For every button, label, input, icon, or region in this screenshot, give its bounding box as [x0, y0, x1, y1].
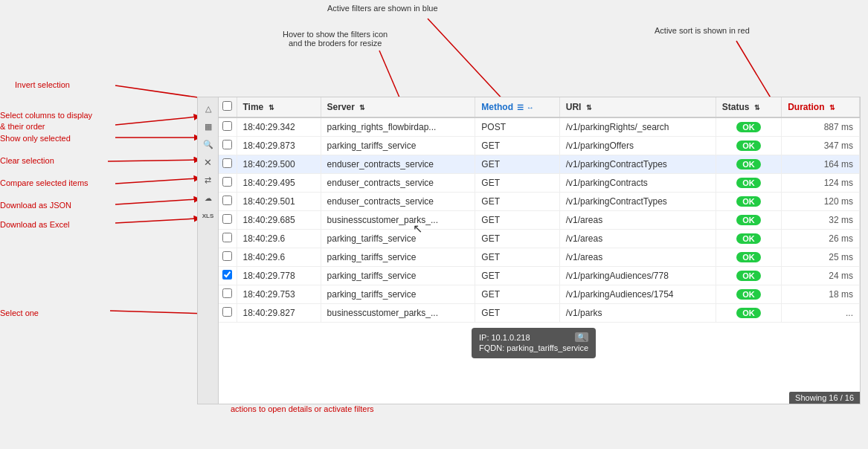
- row-uri-cell[interactable]: /v1/parkingContractTypes: [559, 155, 716, 174]
- th-uri[interactable]: URI ⇅: [559, 97, 716, 117]
- th-status[interactable]: Status ⇅: [716, 97, 781, 117]
- row-checkbox[interactable]: [222, 307, 232, 317]
- row-status-cell[interactable]: OK: [716, 211, 781, 230]
- row-uri-cell[interactable]: /v1/parkingOffers: [559, 137, 716, 155]
- table-row[interactable]: 18:40:29.500enduser_contracts_serviceGET…: [219, 155, 860, 174]
- row-time-cell[interactable]: 18:40:29.501: [237, 193, 321, 211]
- svg-line-1: [115, 117, 197, 125]
- row-method-cell[interactable]: GET: [475, 193, 559, 211]
- row-server-cell[interactable]: enduser_contracts_service: [321, 174, 475, 193]
- row-checkbox[interactable]: [222, 288, 232, 298]
- row-uri-cell[interactable]: /v1/parkingRights/_search: [559, 117, 716, 137]
- row-method-cell[interactable]: GET: [475, 304, 559, 323]
- table-row[interactable]: 18:40:29.495enduser_contracts_serviceGET…: [219, 174, 860, 193]
- row-checkbox[interactable]: [222, 233, 232, 242]
- row-method-cell[interactable]: GET: [475, 174, 559, 193]
- clear-btn[interactable]: ✕: [200, 154, 216, 170]
- th-method-resize[interactable]: ↔: [527, 103, 534, 112]
- invert-selection-btn[interactable]: △: [200, 100, 216, 117]
- row-server-cell[interactable]: parking_rights_flowbirdap...: [321, 117, 475, 137]
- row-time-cell[interactable]: 18:40:29.685: [237, 211, 321, 230]
- row-time-cell[interactable]: 18:40:29.500: [237, 155, 321, 174]
- row-method-cell[interactable]: GET: [475, 137, 559, 155]
- row-status-cell[interactable]: OK: [716, 155, 781, 174]
- th-time[interactable]: Time ⇅: [237, 97, 321, 117]
- annotation-invert-selection: Invert selection: [15, 80, 70, 89]
- row-time-cell[interactable]: 18:40:29.753: [237, 285, 321, 304]
- table-row[interactable]: 18:40:29.6parking_tariffs_serviceGET/v1/…: [219, 230, 860, 248]
- row-status-cell[interactable]: OK: [716, 304, 781, 323]
- row-status-cell[interactable]: OK: [716, 117, 781, 137]
- row-uri-cell[interactable]: /v1/parkingContracts: [559, 174, 716, 193]
- row-time-cell[interactable]: 18:40:29.873: [237, 137, 321, 155]
- row-method-cell[interactable]: GET: [475, 155, 559, 174]
- table-row[interactable]: 18:40:29.342parking_rights_flowbirdap...…: [219, 117, 860, 137]
- row-checkbox[interactable]: [222, 140, 232, 149]
- row-checkbox-cell: [219, 117, 237, 137]
- row-checkbox[interactable]: [222, 177, 232, 187]
- row-uri-cell[interactable]: /v1/areas: [559, 248, 716, 267]
- row-checkbox-cell: [219, 285, 237, 304]
- table-row[interactable]: 18:40:29.6parking_tariffs_serviceGET/v1/…: [219, 248, 860, 267]
- row-status-cell[interactable]: OK: [716, 285, 781, 304]
- row-method-cell[interactable]: POST: [475, 117, 559, 137]
- table-row[interactable]: 18:40:29.501enduser_contracts_serviceGET…: [219, 193, 860, 211]
- compare-btn[interactable]: ⇄: [200, 172, 216, 188]
- row-checkbox[interactable]: [222, 121, 232, 131]
- row-method-cell[interactable]: GET: [475, 267, 559, 285]
- row-method-cell[interactable]: GET: [475, 285, 559, 304]
- row-uri-cell[interactable]: /v1/areas: [559, 211, 716, 230]
- row-uri-cell[interactable]: /v1/areas: [559, 230, 716, 248]
- row-server-cell[interactable]: enduser_contracts_service: [321, 193, 475, 211]
- row-checkbox[interactable]: [222, 270, 232, 280]
- row-time-cell[interactable]: 18:40:29.6: [237, 230, 321, 248]
- columns-btn[interactable]: ▦: [200, 118, 216, 135]
- row-time-cell[interactable]: 18:40:29.778: [237, 267, 321, 285]
- row-checkbox[interactable]: [222, 196, 232, 205]
- select-all-checkbox[interactable]: [222, 101, 232, 111]
- row-uri-cell[interactable]: /v1/parkingAudiences/1754: [559, 285, 716, 304]
- row-time-cell[interactable]: 18:40:29.827: [237, 304, 321, 323]
- row-status-cell[interactable]: OK: [716, 230, 781, 248]
- row-checkbox[interactable]: [222, 214, 232, 224]
- table-row[interactable]: 18:40:29.873parking_tariffs_serviceGET/v…: [219, 137, 860, 155]
- tooltip-search-icon[interactable]: 🔍: [575, 332, 588, 342]
- row-server-cell[interactable]: businesscustomer_parks_...: [321, 304, 475, 323]
- row-status-cell[interactable]: OK: [716, 137, 781, 155]
- table-row[interactable]: 18:40:29.685businesscustomer_parks_...GE…: [219, 211, 860, 230]
- row-server-cell[interactable]: enduser_contracts_service: [321, 155, 475, 174]
- row-uri-cell[interactable]: /v1/parkingContractTypes: [559, 193, 716, 211]
- th-duration-sort-icon: ⇅: [829, 104, 835, 112]
- row-server-cell[interactable]: businesscustomer_parks_...: [321, 211, 475, 230]
- row-status-cell[interactable]: OK: [716, 248, 781, 267]
- row-server-cell[interactable]: parking_tariffs_service: [321, 285, 475, 304]
- row-server-cell[interactable]: parking_tariffs_service: [321, 267, 475, 285]
- row-uri-cell[interactable]: /v1/parkingAudiences/778: [559, 267, 716, 285]
- row-server-cell[interactable]: parking_tariffs_service: [321, 230, 475, 248]
- table-row[interactable]: 18:40:29.827businesscustomer_parks_...GE…: [219, 304, 860, 323]
- row-status-cell[interactable]: OK: [716, 174, 781, 193]
- th-method[interactable]: Method ☰ ↔: [475, 97, 559, 117]
- row-uri-cell[interactable]: /v1/parks: [559, 304, 716, 323]
- row-method-cell[interactable]: GET: [475, 230, 559, 248]
- row-time-cell[interactable]: 18:40:29.342: [237, 117, 321, 137]
- row-time-cell[interactable]: 18:40:29.6: [237, 248, 321, 267]
- row-server-cell[interactable]: parking_tariffs_service: [321, 137, 475, 155]
- download-json-btn[interactable]: ☁: [200, 190, 216, 206]
- status-badge: OK: [736, 215, 761, 225]
- row-server-cell[interactable]: parking_tariffs_service: [321, 248, 475, 267]
- th-checkbox[interactable]: [219, 97, 237, 117]
- table-row[interactable]: 18:40:29.753parking_tariffs_serviceGET/v…: [219, 285, 860, 304]
- row-checkbox[interactable]: [222, 158, 232, 168]
- th-duration[interactable]: Duration ⇅: [782, 97, 860, 117]
- table-row[interactable]: 18:40:29.778parking_tariffs_serviceGET/v…: [219, 267, 860, 285]
- row-status-cell[interactable]: OK: [716, 267, 781, 285]
- row-method-cell[interactable]: GET: [475, 211, 559, 230]
- download-xls-btn[interactable]: XLS: [200, 207, 216, 224]
- row-checkbox[interactable]: [222, 251, 232, 261]
- th-server[interactable]: Server ⇅: [321, 97, 475, 117]
- filter-btn[interactable]: 🔍: [200, 136, 216, 152]
- row-status-cell[interactable]: OK: [716, 193, 781, 211]
- row-time-cell[interactable]: 18:40:29.495: [237, 174, 321, 193]
- row-method-cell[interactable]: GET: [475, 248, 559, 267]
